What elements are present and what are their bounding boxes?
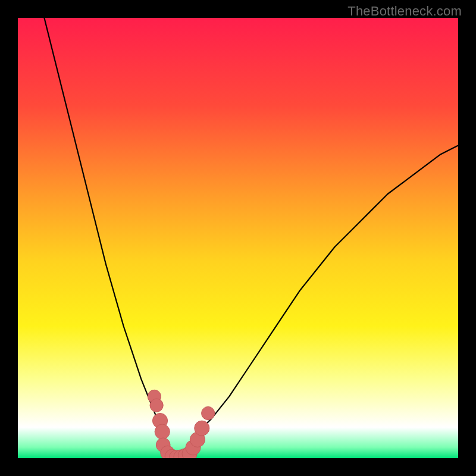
data-marker xyxy=(155,424,170,439)
series-left-arm xyxy=(44,18,167,449)
data-marker xyxy=(150,399,163,412)
data-marker xyxy=(195,421,209,436)
chart-frame: TheBottleneck.com xyxy=(0,0,476,476)
data-marker xyxy=(202,406,215,419)
series-group xyxy=(44,18,458,458)
curves-layer xyxy=(18,18,458,458)
series-right-arm xyxy=(185,146,458,450)
plot-area xyxy=(18,18,458,458)
watermark-text: TheBottleneck.com xyxy=(347,4,462,19)
markers-group xyxy=(148,390,214,458)
